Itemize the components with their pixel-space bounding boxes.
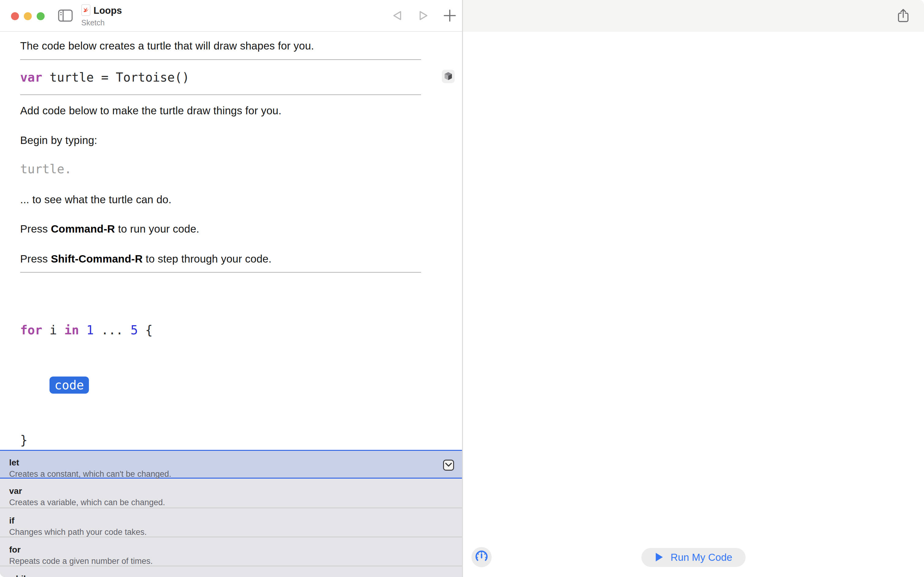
lesson-paragraph: ... to see what the turtle can do. — [20, 194, 462, 205]
code-editor[interactable]: The code below creates a turtle that wil… — [0, 32, 462, 450]
minimize-window-button[interactable] — [24, 12, 32, 20]
forward-icon — [418, 10, 429, 23]
number-literal: 1 — [87, 323, 94, 337]
speedometer-icon — [475, 550, 488, 564]
editor-pane: Loops Sketch — [0, 0, 462, 577]
code-text: turtle = Tortoise() — [42, 70, 190, 84]
code-line-for: for i in 1 ... 5 { — [20, 321, 462, 339]
divider — [20, 94, 421, 95]
lesson-paragraph: Add code below to make the turtle draw t… — [20, 105, 462, 116]
cube-3d-icon — [444, 71, 452, 82]
code-placeholder-token[interactable]: code — [50, 377, 89, 393]
completion-item-while[interactable]: while — [0, 566, 462, 577]
text-run: Press — [20, 253, 51, 265]
close-window-button[interactable] — [11, 12, 19, 20]
lesson-paragraph: The code below creates a turtle that wil… — [20, 40, 462, 52]
text-run: to run your code. — [115, 223, 199, 235]
lesson-paragraph: Press Shift-Command-R to step through yo… — [20, 253, 462, 264]
text-run: to step through your code. — [143, 253, 272, 265]
live-view-canvas — [463, 32, 924, 533]
play-icon — [655, 552, 663, 563]
chevron-down-icon — [445, 463, 452, 468]
add-page-button[interactable] — [443, 8, 457, 23]
divider — [20, 59, 421, 60]
window-controls — [11, 12, 45, 20]
code-line-body: code — [20, 376, 462, 394]
live-view-pane: Run My Code — [462, 0, 924, 577]
fullscreen-window-button[interactable] — [37, 12, 45, 20]
completion-item-if[interactable]: if Changes which path your code takes. — [0, 508, 462, 537]
completion-item-let[interactable]: let Creates a constant, which can't be c… — [0, 450, 462, 479]
document-title: Loops — [93, 5, 122, 16]
sidebar-icon — [58, 9, 73, 23]
navigation-group — [391, 8, 457, 23]
completion-item-for[interactable]: for Repeats code a given number of times… — [0, 537, 462, 566]
key-combo: Shift-Command-R — [51, 253, 142, 265]
completion-description: Creates a constant, which can't be chang… — [9, 469, 462, 479]
code-indent — [20, 378, 50, 392]
run-my-code-button[interactable]: Run My Code — [641, 548, 746, 567]
completion-description: Creates a variable, which can be changed… — [9, 498, 462, 507]
keyword-var: var — [20, 70, 42, 84]
key-combo: Command-R — [51, 223, 115, 235]
code-hint-turtle: turtle. — [20, 162, 462, 176]
swift-playgrounds-window: Loops Sketch — [0, 0, 924, 577]
sidebar-toggle-button[interactable] — [58, 8, 73, 23]
completion-keyword: while — [9, 574, 462, 577]
run-speed-button[interactable] — [472, 547, 492, 567]
plus-icon — [443, 9, 456, 23]
live-view-bottom-bar: Run My Code — [463, 537, 924, 577]
divider — [20, 272, 421, 272]
keyword-in: in — [64, 323, 79, 337]
completion-keyword: var — [9, 487, 462, 496]
share-button[interactable] — [897, 8, 910, 24]
completion-keyword: for — [9, 545, 462, 554]
code-text: { — [138, 323, 153, 337]
lesson-paragraph: Press Command-R to run your code. — [20, 223, 462, 234]
code-text: } — [20, 433, 27, 447]
run-button-label: Run My Code — [671, 552, 732, 563]
results-cube-button[interactable] — [442, 70, 455, 83]
dismiss-completions-button[interactable] — [443, 459, 454, 471]
code-completion-panel: let Creates a constant, which can't be c… — [0, 450, 462, 577]
swift-file-icon — [81, 4, 90, 17]
completion-keyword: let — [9, 458, 462, 467]
left-toolbar: Loops Sketch — [0, 0, 462, 32]
code-text: i — [42, 323, 64, 337]
number-literal: 5 — [130, 323, 138, 337]
completion-keyword: if — [9, 516, 462, 525]
code-text — [79, 323, 87, 337]
completion-description: Changes which path your code takes. — [9, 527, 462, 537]
completion-item-var[interactable]: var Creates a variable, which can be cha… — [0, 479, 462, 508]
keyword-for: for — [20, 323, 42, 337]
page-subtitle: Sketch — [81, 18, 105, 27]
navigate-forward-button[interactable] — [417, 8, 430, 23]
right-toolbar — [463, 0, 924, 32]
lesson-paragraph: Begin by typing: — [20, 135, 462, 146]
completion-description: Repeats code a given number of times. — [9, 556, 462, 566]
text-run: Press — [20, 223, 51, 235]
share-icon — [897, 8, 910, 24]
navigate-back-button[interactable] — [391, 8, 404, 23]
code-line-setup[interactable]: var turtle = Tortoise() — [20, 70, 462, 85]
code-text: ... — [94, 323, 130, 337]
code-line-close: } — [20, 431, 462, 449]
back-icon — [392, 10, 403, 23]
document-title-block: Loops Sketch — [81, 4, 122, 27]
